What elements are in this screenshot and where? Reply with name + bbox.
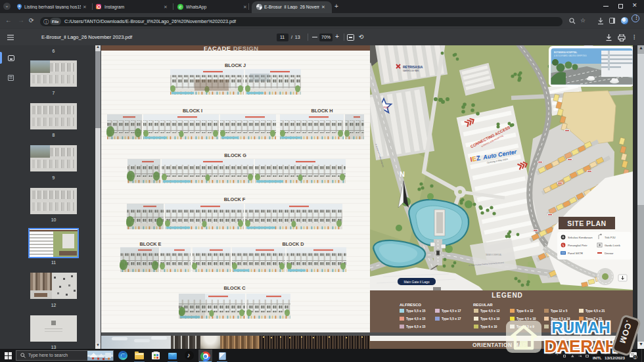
svg-text:Sirkulasi Kendaraan: Sirkulasi Kendaraan	[568, 236, 593, 239]
svg-text:BOTANIKA HOSPITAL: BOTANIKA HOSPITAL	[554, 51, 577, 54]
svg-text:Devoar: Devoar	[605, 252, 614, 255]
svg-text:WAREHOUSE PARK: WAREHOUSE PARK	[403, 70, 419, 72]
svg-text:Type 4,5 x 10: Type 4,5 x 10	[480, 317, 500, 321]
svg-text:TAMAN KOMERSIAL: TAMAN KOMERSIAL	[486, 254, 502, 256]
svg-text:Panel SKTR: Panel SKTR	[568, 252, 583, 255]
svg-text:Type 4,5 x 21: Type 4,5 x 21	[586, 309, 605, 313]
svg-text:Type 5,5 x 15: Type 5,5 x 15	[406, 309, 426, 313]
svg-text:LEGEND: LEGEND	[492, 292, 523, 299]
svg-text:Titik PJU: Titik PJU	[605, 236, 616, 239]
svg-text:N: N	[400, 170, 405, 178]
svg-text:Type 6,5 x 15: Type 6,5 x 15	[406, 325, 426, 328]
svg-text:SITE PLAN: SITE PLAN	[567, 219, 606, 227]
svg-text:Main Gate il Lago: Main Gate il Lago	[403, 280, 429, 284]
svg-text:Penangkal Petir: Penangkal Petir	[568, 244, 587, 247]
svg-text:Type 4,5 x 17: Type 4,5 x 17	[442, 309, 461, 313]
svg-text:Type 6 x 12: Type 6 x 12	[517, 309, 534, 313]
svg-text:REGULAR: REGULAR	[473, 303, 493, 307]
svg-text:Type 12 x 5: Type 12 x 5	[551, 309, 568, 313]
svg-text:Type 5,5 x 17: Type 5,5 x 17	[442, 317, 461, 321]
svg-text:Type 6 x 10: Type 6 x 10	[480, 325, 497, 328]
svg-text:Type 4,5 x 15: Type 4,5 x 15	[406, 317, 426, 321]
svg-text:ALFRESCO: ALFRESCO	[400, 303, 421, 307]
svg-text:& BOULEVARD GADING SERPONG: & BOULEVARD GADING SERPONG	[554, 55, 587, 57]
svg-text:Type 4,5 x 12: Type 4,5 x 12	[480, 309, 500, 313]
svg-text:RETRISASIA: RETRISASIA	[403, 65, 423, 69]
svg-text:Gardu Listrik: Gardu Listrik	[605, 244, 621, 247]
